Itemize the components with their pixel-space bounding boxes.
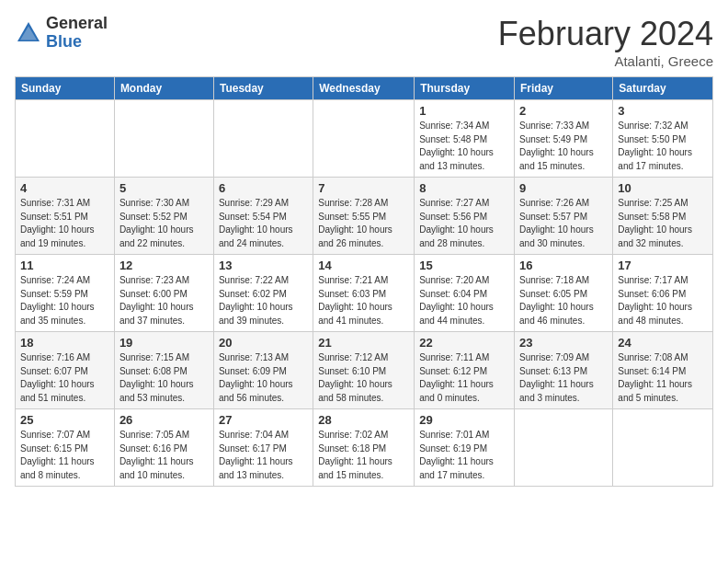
weekday-header-tuesday: Tuesday (213, 77, 313, 100)
day-info: Sunrise: 7:08 AMSunset: 6:14 PMDaylight:… (618, 351, 708, 405)
day-number: 4 (20, 181, 109, 195)
day-number: 19 (119, 336, 209, 350)
calendar-cell: 28Sunrise: 7:02 AMSunset: 6:18 PMDayligh… (313, 409, 415, 487)
calendar-cell: 17Sunrise: 7:17 AMSunset: 6:06 PMDayligh… (613, 255, 713, 332)
day-number: 12 (119, 259, 209, 272)
weekday-header-row: SundayMondayTuesdayWednesdayThursdayFrid… (16, 77, 713, 100)
day-info: Sunrise: 7:21 AMSunset: 6:03 PMDaylight:… (318, 274, 409, 327)
calendar-cell: 14Sunrise: 7:21 AMSunset: 6:03 PMDayligh… (313, 255, 415, 332)
calendar-cell: 7Sunrise: 7:28 AMSunset: 5:55 PMDaylight… (313, 178, 415, 255)
calendar-cell (313, 100, 415, 178)
day-number: 1 (419, 104, 509, 118)
calendar-cell: 24Sunrise: 7:08 AMSunset: 6:14 PMDayligh… (613, 332, 713, 409)
calendar-cell: 2Sunrise: 7:33 AMSunset: 5:49 PMDaylight… (515, 100, 613, 178)
weekday-header-sunday: Sunday (16, 77, 115, 100)
logo-blue-text: Blue (46, 33, 108, 52)
weekday-header-wednesday: Wednesday (313, 77, 415, 100)
day-info: Sunrise: 7:29 AMSunset: 5:54 PMDaylight:… (219, 197, 308, 250)
day-info: Sunrise: 7:17 AMSunset: 6:06 PMDaylight:… (618, 274, 708, 327)
day-number: 10 (618, 181, 708, 195)
calendar-header: SundayMondayTuesdayWednesdayThursdayFrid… (16, 77, 713, 100)
calendar-cell: 25Sunrise: 7:07 AMSunset: 6:15 PMDayligh… (16, 409, 115, 487)
day-number: 14 (318, 259, 409, 272)
day-info: Sunrise: 7:33 AMSunset: 5:49 PMDaylight:… (519, 120, 608, 173)
day-info: Sunrise: 7:04 AMSunset: 6:17 PMDaylight:… (219, 429, 308, 482)
day-info: Sunrise: 7:30 AMSunset: 5:52 PMDaylight:… (119, 197, 209, 250)
day-number: 20 (219, 336, 308, 350)
day-info: Sunrise: 7:27 AMSunset: 5:56 PMDaylight:… (419, 197, 509, 250)
calendar-cell: 16Sunrise: 7:18 AMSunset: 6:05 PMDayligh… (515, 255, 613, 332)
calendar-cell: 22Sunrise: 7:11 AMSunset: 6:12 PMDayligh… (415, 332, 515, 409)
calendar-week-row: 1Sunrise: 7:34 AMSunset: 5:48 PMDaylight… (16, 100, 713, 178)
day-number: 24 (618, 336, 708, 350)
calendar-cell (213, 100, 313, 178)
day-info: Sunrise: 7:13 AMSunset: 6:09 PMDaylight:… (219, 351, 308, 405)
day-number: 2 (519, 104, 608, 118)
day-number: 28 (318, 413, 409, 427)
weekday-header-monday: Monday (114, 77, 213, 100)
day-number: 11 (20, 259, 109, 272)
calendar-body: 1Sunrise: 7:34 AMSunset: 5:48 PMDaylight… (16, 100, 713, 487)
calendar-cell: 8Sunrise: 7:27 AMSunset: 5:56 PMDaylight… (415, 178, 515, 255)
logo-text: General Blue (46, 15, 108, 52)
weekday-header-friday: Friday (515, 77, 613, 100)
day-number: 13 (219, 259, 308, 272)
title-block: February 2024 Atalanti, Greece (498, 15, 713, 69)
day-info: Sunrise: 7:16 AMSunset: 6:07 PMDaylight:… (20, 351, 109, 405)
day-info: Sunrise: 7:23 AMSunset: 6:00 PMDaylight:… (119, 274, 209, 327)
day-info: Sunrise: 7:09 AMSunset: 6:13 PMDaylight:… (519, 351, 608, 405)
day-info: Sunrise: 7:15 AMSunset: 6:08 PMDaylight:… (119, 351, 209, 405)
calendar-cell: 26Sunrise: 7:05 AMSunset: 6:16 PMDayligh… (114, 409, 213, 487)
day-info: Sunrise: 7:22 AMSunset: 6:02 PMDaylight:… (219, 274, 308, 327)
calendar-cell: 1Sunrise: 7:34 AMSunset: 5:48 PMDaylight… (415, 100, 515, 178)
calendar-cell: 27Sunrise: 7:04 AMSunset: 6:17 PMDayligh… (213, 409, 313, 487)
calendar-cell: 6Sunrise: 7:29 AMSunset: 5:54 PMDaylight… (213, 178, 313, 255)
day-info: Sunrise: 7:28 AMSunset: 5:55 PMDaylight:… (318, 197, 409, 250)
day-number: 15 (419, 259, 509, 272)
day-info: Sunrise: 7:05 AMSunset: 6:16 PMDaylight:… (119, 429, 209, 482)
day-number: 7 (318, 181, 409, 195)
calendar-table: SundayMondayTuesdayWednesdayThursdayFrid… (15, 76, 713, 487)
calendar-cell: 29Sunrise: 7:01 AMSunset: 6:19 PMDayligh… (415, 409, 515, 487)
calendar-cell (613, 409, 713, 487)
day-info: Sunrise: 7:07 AMSunset: 6:15 PMDaylight:… (20, 429, 109, 482)
logo-general-text: General (46, 15, 108, 33)
day-number: 8 (419, 181, 509, 195)
calendar-week-row: 25Sunrise: 7:07 AMSunset: 6:15 PMDayligh… (16, 409, 713, 487)
day-number: 22 (419, 336, 509, 350)
calendar-cell (16, 100, 115, 178)
weekday-header-thursday: Thursday (415, 77, 515, 100)
day-info: Sunrise: 7:02 AMSunset: 6:18 PMDaylight:… (318, 429, 409, 482)
day-info: Sunrise: 7:31 AMSunset: 5:51 PMDaylight:… (20, 197, 109, 250)
calendar-cell (114, 100, 213, 178)
day-number: 6 (219, 181, 308, 195)
calendar-cell: 15Sunrise: 7:20 AMSunset: 6:04 PMDayligh… (415, 255, 515, 332)
calendar-cell (515, 409, 613, 487)
calendar-week-row: 18Sunrise: 7:16 AMSunset: 6:07 PMDayligh… (16, 332, 713, 409)
day-number: 3 (618, 104, 708, 118)
calendar-cell: 19Sunrise: 7:15 AMSunset: 6:08 PMDayligh… (114, 332, 213, 409)
day-number: 29 (419, 413, 509, 427)
calendar-week-row: 11Sunrise: 7:24 AMSunset: 5:59 PMDayligh… (16, 255, 713, 332)
day-number: 5 (119, 181, 209, 195)
day-number: 26 (119, 413, 209, 427)
day-number: 16 (519, 259, 608, 272)
calendar-cell: 3Sunrise: 7:32 AMSunset: 5:50 PMDaylight… (613, 100, 713, 178)
calendar-cell: 9Sunrise: 7:26 AMSunset: 5:57 PMDaylight… (515, 178, 613, 255)
calendar-cell: 23Sunrise: 7:09 AMSunset: 6:13 PMDayligh… (515, 332, 613, 409)
calendar-cell: 12Sunrise: 7:23 AMSunset: 6:00 PMDayligh… (114, 255, 213, 332)
day-number: 17 (618, 259, 708, 272)
calendar-cell: 20Sunrise: 7:13 AMSunset: 6:09 PMDayligh… (213, 332, 313, 409)
logo-icon (15, 19, 42, 47)
day-info: Sunrise: 7:11 AMSunset: 6:12 PMDaylight:… (419, 351, 509, 405)
calendar-cell: 10Sunrise: 7:25 AMSunset: 5:58 PMDayligh… (613, 178, 713, 255)
calendar-week-row: 4Sunrise: 7:31 AMSunset: 5:51 PMDaylight… (16, 178, 713, 255)
page-header: General Blue February 2024 Atalanti, Gre… (15, 15, 713, 69)
day-info: Sunrise: 7:32 AMSunset: 5:50 PMDaylight:… (618, 120, 708, 173)
day-number: 25 (20, 413, 109, 427)
day-info: Sunrise: 7:25 AMSunset: 5:58 PMDaylight:… (618, 197, 708, 250)
calendar-cell: 18Sunrise: 7:16 AMSunset: 6:07 PMDayligh… (16, 332, 115, 409)
day-info: Sunrise: 7:26 AMSunset: 5:57 PMDaylight:… (519, 197, 608, 250)
day-info: Sunrise: 7:20 AMSunset: 6:04 PMDaylight:… (419, 274, 509, 327)
calendar-cell: 11Sunrise: 7:24 AMSunset: 5:59 PMDayligh… (16, 255, 115, 332)
